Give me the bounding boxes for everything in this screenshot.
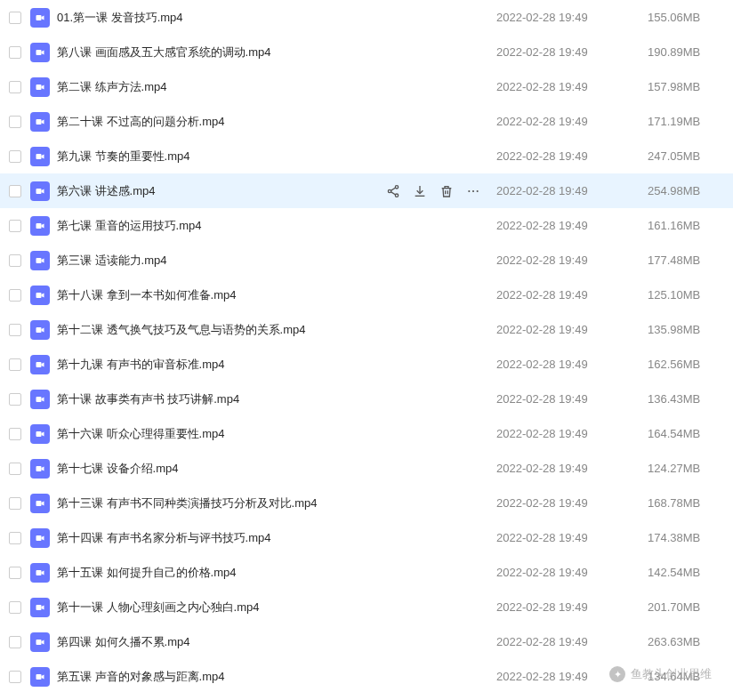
file-date: 2022-02-28 19:49 — [496, 566, 648, 579]
svg-rect-110 — [36, 362, 42, 367]
file-size: 135.98MB — [648, 323, 728, 336]
file-name[interactable]: 第十课 故事类有声书 技巧讲解.mp4 — [57, 391, 496, 407]
video-file-icon — [30, 563, 50, 583]
file-name[interactable]: 第二十课 不过高的问题分析.mp4 — [57, 114, 496, 130]
file-name[interactable]: 第十五课 如何提升自己的价格.mp4 — [57, 565, 496, 581]
file-row[interactable]: 第十七课 设备介绍.mp42022-02-28 19:49124.27MB — [0, 451, 733, 486]
video-file-icon — [30, 459, 50, 479]
file-name[interactable]: 第十一课 人物心理刻画之内心独白.mp4 — [57, 599, 496, 616]
svg-line-60 — [391, 191, 395, 194]
file-row[interactable]: 第三课 适读能力.mp42022-02-28 19:49177.48MB — [0, 243, 733, 278]
checkbox[interactable] — [9, 393, 21, 406]
checkbox[interactable] — [9, 463, 21, 475]
svg-rect-88 — [36, 293, 42, 298]
file-size: 161.16MB — [648, 219, 728, 232]
file-row[interactable]: 第七课 重音的运用技巧.mp42022-02-28 19:49161.16MB — [0, 208, 733, 243]
checkbox[interactable] — [9, 671, 21, 683]
file-name[interactable]: 第十八课 拿到一本书如何准备.mp4 — [57, 287, 496, 303]
file-row[interactable]: 第十三课 有声书不同种类演播技巧分析及对比.mp42022-02-28 19:4… — [0, 486, 733, 520]
file-row[interactable]: 第二课 练声方法.mp42022-02-28 19:49157.98MB — [0, 69, 733, 104]
file-row[interactable]: 第四课 如何久播不累.mp42022-02-28 19:49263.63MB — [0, 624, 733, 659]
file-name[interactable]: 第六课 讲述感.mp4 — [57, 183, 386, 199]
file-name[interactable]: 第五课 声音的对象感与距离.mp4 — [57, 669, 496, 685]
file-row[interactable]: 第二十课 不过高的问题分析.mp42022-02-28 19:49171.19M… — [0, 104, 733, 139]
file-row[interactable]: 第五课 声音的对象感与距离.mp42022-02-28 19:49134.64M… — [0, 659, 733, 694]
file-size: 124.27MB — [648, 462, 728, 475]
file-name[interactable]: 第十二课 透气换气技巧及气息与语势的关系.mp4 — [57, 322, 496, 338]
file-name[interactable]: 第七课 重音的运用技巧.mp4 — [57, 218, 496, 234]
file-date: 2022-02-28 19:49 — [496, 45, 648, 59]
file-date: 2022-02-28 19:49 — [496, 253, 648, 267]
file-name[interactable]: 01.第一课 发音技巧.mp4 — [57, 10, 496, 26]
svg-rect-132 — [36, 431, 42, 437]
more-icon[interactable] — [466, 184, 480, 198]
checkbox[interactable] — [9, 12, 21, 24]
file-row[interactable]: 第十六课 听众心理得重要性.mp42022-02-28 19:49164.54M… — [0, 416, 733, 451]
file-name[interactable]: 第九课 节奏的重要性.mp4 — [57, 149, 496, 165]
checkbox[interactable] — [9, 150, 21, 163]
video-file-icon — [30, 390, 50, 409]
checkbox[interactable] — [9, 185, 21, 197]
file-row[interactable]: 第六课 讲述感.mp42022-02-28 19:49254.98MB — [0, 173, 733, 208]
file-row[interactable]: 第十四课 有声书名家分析与评书技巧.mp42022-02-28 19:49174… — [0, 520, 733, 555]
file-name[interactable]: 第十三课 有声书不同种类演播技巧分析及对比.mp4 — [57, 495, 496, 511]
checkbox[interactable] — [9, 358, 21, 371]
file-row[interactable]: 第十二课 透气换气技巧及气息与语势的关系.mp42022-02-28 19:49… — [0, 312, 733, 347]
download-icon[interactable] — [413, 184, 427, 198]
checkbox[interactable] — [9, 532, 21, 544]
checkbox[interactable] — [9, 497, 21, 510]
file-size: 174.38MB — [648, 531, 728, 544]
file-name[interactable]: 第八课 画面感及五大感官系统的调动.mp4 — [57, 44, 496, 60]
checkbox[interactable] — [9, 324, 21, 336]
checkbox[interactable] — [9, 81, 21, 93]
video-file-icon — [30, 598, 50, 617]
file-name[interactable]: 第十九课 有声书的审音标准.mp4 — [57, 357, 496, 373]
checkbox[interactable] — [9, 636, 21, 648]
video-file-icon — [30, 8, 50, 28]
delete-icon[interactable] — [439, 184, 454, 198]
checkbox[interactable] — [9, 116, 21, 128]
file-name[interactable]: 第四课 如何久播不累.mp4 — [57, 634, 496, 650]
file-name[interactable]: 第十四课 有声书名家分析与评书技巧.mp4 — [57, 530, 496, 546]
file-date: 2022-02-28 19:49 — [496, 358, 648, 371]
file-name[interactable]: 第二课 练声方法.mp4 — [57, 79, 496, 95]
file-row[interactable]: 第十一课 人物心理刻画之内心独白.mp42022-02-28 19:49201.… — [0, 590, 733, 624]
file-date: 2022-02-28 19:49 — [496, 288, 648, 302]
file-row[interactable]: 第十九课 有声书的审音标准.mp42022-02-28 19:49162.56M… — [0, 347, 733, 382]
file-name[interactable]: 第十六课 听众心理得重要性.mp4 — [57, 426, 496, 442]
file-date: 2022-02-28 19:49 — [496, 600, 648, 614]
file-size: 247.05MB — [648, 149, 728, 163]
checkbox[interactable] — [9, 46, 21, 59]
file-row[interactable]: 第十八课 拿到一本书如何准备.mp42022-02-28 19:49125.10… — [0, 278, 733, 312]
svg-rect-77 — [36, 258, 42, 263]
file-list: 01.第一课 发音技巧.mp42022-02-28 19:49155.06MB第… — [0, 0, 733, 694]
checkbox[interactable] — [9, 428, 21, 440]
file-date: 2022-02-28 19:49 — [496, 323, 648, 336]
file-row[interactable]: 第九课 节奏的重要性.mp42022-02-28 19:49247.05MB — [0, 139, 733, 173]
video-file-icon — [30, 632, 50, 652]
video-file-icon — [30, 112, 50, 132]
checkbox[interactable] — [9, 601, 21, 614]
file-size: 142.54MB — [648, 566, 728, 579]
checkbox[interactable] — [9, 220, 21, 232]
svg-line-59 — [391, 188, 395, 190]
file-date: 2022-02-28 19:49 — [496, 184, 648, 197]
file-row[interactable]: 第八课 画面感及五大感官系统的调动.mp42022-02-28 19:49190… — [0, 35, 733, 69]
file-size: 136.43MB — [648, 392, 728, 406]
file-date: 2022-02-28 19:49 — [496, 115, 648, 128]
checkbox[interactable] — [9, 289, 21, 302]
file-name[interactable]: 第十七课 设备介绍.mp4 — [57, 461, 496, 477]
file-size: 155.06MB — [648, 11, 728, 24]
file-row[interactable]: 第十五课 如何提升自己的价格.mp42022-02-28 19:49142.54… — [0, 555, 733, 590]
svg-rect-66 — [36, 223, 42, 229]
file-name[interactable]: 第三课 适读能力.mp4 — [57, 253, 496, 269]
video-file-icon — [30, 494, 50, 513]
file-date: 2022-02-28 19:49 — [496, 635, 648, 648]
video-file-icon — [30, 181, 50, 201]
file-size: 157.98MB — [648, 80, 728, 93]
checkbox[interactable] — [9, 567, 21, 579]
file-row[interactable]: 01.第一课 发音技巧.mp42022-02-28 19:49155.06MB — [0, 0, 733, 35]
share-icon[interactable] — [386, 184, 400, 198]
checkbox[interactable] — [9, 254, 21, 267]
file-row[interactable]: 第十课 故事类有声书 技巧讲解.mp42022-02-28 19:49136.4… — [0, 382, 733, 416]
